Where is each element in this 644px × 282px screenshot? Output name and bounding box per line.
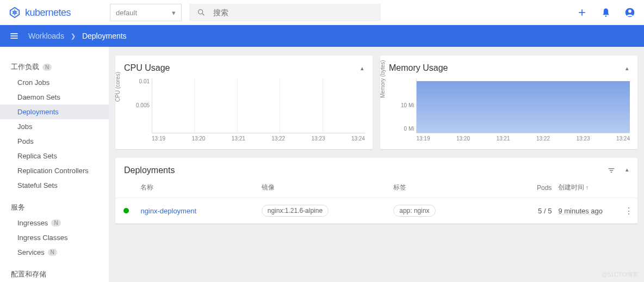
sidebar-head-config[interactable]: 配置和存储: [0, 266, 109, 282]
logo[interactable]: kubernetes: [9, 7, 110, 19]
namespace-selected-value: default: [116, 9, 137, 17]
add-icon[interactable]: [577, 7, 587, 18]
top-bar: kubernetes default ▾: [0, 0, 644, 25]
col-labels[interactable]: 标签: [390, 177, 511, 198]
memory-ylabel: Memory (bytes): [380, 60, 386, 97]
main-content: CPU Usage ▴ CPU (cores) 0.01 0.005: [109, 47, 644, 282]
more-actions-icon[interactable]: ⋮: [624, 206, 633, 216]
filter-icon[interactable]: [607, 166, 616, 175]
namespace-select[interactable]: default ▾: [110, 4, 182, 21]
memory-usage-card: Memory Usage ▴ Memory (bytes) 10 Mi 0 Mi: [380, 56, 637, 149]
memory-x-axis: 13:19 13:20 13:21 13:22 13:23 13:24: [416, 133, 630, 142]
cpu-plot: [152, 78, 365, 133]
deployments-card: Deployments ▴ 名称 镜像 标签 Pods 创建时间↑: [115, 158, 637, 224]
cpu-y-axis: 0.01 0.005: [123, 78, 152, 142]
sidebar-item-jobs[interactable]: Jobs: [0, 119, 109, 134]
created-time: 9 minutes ago: [558, 207, 603, 215]
svg-point-8: [199, 10, 203, 14]
sort-asc-icon: ↑: [585, 184, 589, 191]
breadcrumb-current: Deployments: [82, 32, 127, 40]
sidebar: 工作负载N Cron Jobs Daemon Sets Deployments …: [0, 47, 109, 282]
image-chip: nginx:1.21.6-alpine: [262, 205, 329, 217]
sidebar-item-statefulsets[interactable]: Stateful Sets: [0, 178, 109, 193]
chevron-right-icon: ❯: [71, 33, 76, 40]
watermark: @51CTO博客: [602, 271, 639, 279]
cpu-card-title: CPU Usage: [124, 63, 170, 73]
menu-icon[interactable]: [9, 30, 20, 41]
header-bar: Workloads ❯ Deployments: [0, 25, 644, 47]
cpu-ylabel: CPU (cores): [115, 72, 121, 102]
breadcrumb: Workloads ❯ Deployments: [28, 32, 127, 40]
search-box[interactable]: [189, 4, 381, 21]
col-image[interactable]: 镜像: [258, 177, 391, 198]
sidebar-item-daemonsets[interactable]: Daemon Sets: [0, 90, 109, 105]
kubernetes-logo-icon: [9, 7, 21, 19]
deployments-title: Deployments: [124, 165, 175, 175]
sidebar-item-deployments[interactable]: Deployments: [0, 105, 109, 119]
breadcrumb-root[interactable]: Workloads: [28, 32, 64, 40]
sidebar-item-services[interactable]: ServicesN: [0, 245, 109, 260]
chevron-down-icon: ▾: [172, 9, 176, 17]
memory-card-title: Memory Usage: [389, 63, 448, 73]
pods-count: 5 / 5: [511, 198, 555, 224]
col-pods[interactable]: Pods: [511, 177, 555, 198]
namespace-badge: N: [42, 64, 52, 71]
deployment-name-link[interactable]: nginx-deployment: [140, 207, 196, 215]
cpu-x-axis: 13:19 13:20 13:21 13:22 13:23 13:24: [152, 133, 365, 142]
top-icons: [577, 7, 635, 18]
sidebar-item-replicationcontrollers[interactable]: Replication Controllers: [0, 163, 109, 178]
col-name[interactable]: 名称: [137, 177, 258, 198]
status-ok-icon: [123, 208, 129, 213]
sidebar-item-ingresses[interactable]: IngressesN: [0, 216, 109, 230]
logo-text: kubernetes: [25, 7, 71, 19]
cpu-usage-card: CPU Usage ▴ CPU (cores) 0.01 0.005: [115, 56, 373, 149]
memory-y-axis: 10 Mi 0 Mi: [388, 78, 416, 142]
collapse-icon[interactable]: ▴: [626, 65, 629, 72]
label-chip: app: nginx: [393, 205, 435, 217]
user-icon[interactable]: [624, 7, 635, 18]
sidebar-item-ingressclasses[interactable]: Ingress Classes: [0, 230, 109, 245]
sidebar-item-pods[interactable]: Pods: [0, 134, 109, 149]
svg-line-9: [202, 14, 204, 15]
col-created[interactable]: 创建时间↑: [555, 177, 621, 198]
table-row[interactable]: nginx-deployment nginx:1.21.6-alpine app…: [115, 198, 637, 224]
sidebar-head-workloads[interactable]: 工作负载N: [0, 59, 109, 75]
sidebar-item-replicasets[interactable]: Replica Sets: [0, 149, 109, 163]
memory-plot: [416, 78, 630, 133]
search-icon: [197, 8, 206, 17]
sidebar-head-services[interactable]: 服务: [0, 199, 109, 216]
bell-icon[interactable]: [600, 7, 611, 18]
deployments-table: 名称 镜像 标签 Pods 创建时间↑ nginx-deployment ngi…: [115, 177, 637, 224]
collapse-icon[interactable]: ▴: [361, 65, 364, 72]
svg-point-12: [605, 15, 607, 16]
svg-point-14: [628, 10, 631, 13]
sidebar-item-cronjobs[interactable]: Cron Jobs: [0, 75, 109, 90]
search-input[interactable]: [213, 8, 373, 17]
collapse-icon[interactable]: ▴: [626, 166, 629, 175]
